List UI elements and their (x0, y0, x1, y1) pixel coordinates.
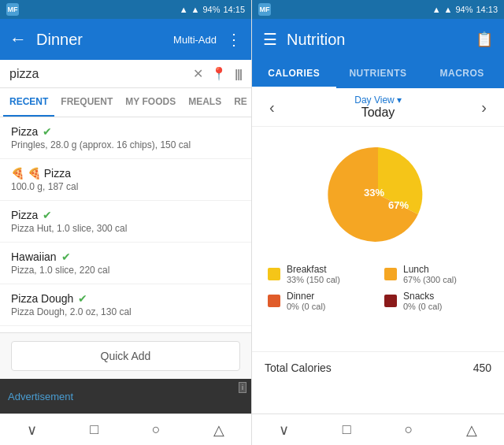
app-icon-right: MF (258, 3, 271, 16)
chart-area: 33% 67% (252, 127, 504, 258)
total-calories-label: Total Calories (265, 362, 332, 374)
calories-pie-chart: 33% 67% (323, 139, 433, 250)
tabs-row-left: RECENT FREQUENT MY FOODS MEALS RE (0, 88, 251, 117)
day-view-bar: ‹ Day View ▾ Today › (252, 88, 504, 127)
food-detail-3: Pizza Hut, 1.0 slice, 300 cal (11, 223, 240, 234)
nav-bar-right: ∨ □ ○ △ (252, 413, 504, 445)
signal-icon-left: ▲ (191, 5, 200, 14)
total-row: Total Calories 450 (252, 351, 504, 384)
day-view-label: Day View ▾ (354, 95, 401, 106)
search-input[interactable] (9, 67, 187, 81)
breakfast-color (268, 268, 280, 280)
nav-triangle-right[interactable]: △ (466, 421, 477, 439)
lunch-pct-label: 67% (388, 199, 409, 211)
legend-breakfast: Breakfast 33% (150 cal) (268, 264, 372, 284)
wifi-icon-right: ▲ (432, 5, 441, 14)
nav-triangle-left[interactable]: △ (213, 421, 224, 439)
ad-badge: i (239, 382, 246, 393)
total-calories-value: 450 (473, 362, 491, 374)
food-detail-5: Pizza Dough, 2.0 oz, 130 cal (11, 306, 240, 317)
prev-day-button[interactable]: ‹ (263, 97, 281, 118)
food-item-4[interactable]: Hawaiian ✔ Pizza, 1.0 slice, 220 cal (0, 243, 251, 284)
food-item-2[interactable]: 🍕 🍕 Pizza 100.0 g, 187 cal (0, 159, 251, 201)
verified-icon-3: ✔ (43, 209, 52, 221)
more-options-icon[interactable]: ⋮ (226, 30, 242, 49)
food-name-5: Pizza Dough ✔ (11, 292, 240, 305)
snacks-text: Snacks 0% (0 cal) (403, 291, 443, 311)
ad-text: Advertisement (8, 391, 73, 402)
right-panel: MF ▲ ▲ 94% 14:13 ☰ Nutrition 📋 CALORIES … (252, 0, 504, 445)
food-item-1[interactable]: Pizza ✔ Pringles, 28.0 g (approx. 16 chi… (0, 117, 251, 159)
time-right: 14:13 (476, 5, 498, 14)
tab-macros[interactable]: MACROS (420, 60, 504, 88)
wifi-icon-left: ▲ (180, 5, 188, 14)
status-bar-right: MF ▲ ▲ 94% 14:13 (252, 0, 504, 19)
tab-calories[interactable]: CALORIES (252, 60, 336, 88)
search-icons: ✕ 📍 ||| (193, 66, 242, 81)
calories-tabs: CALORIES NUTRIENTS MACROS (252, 60, 504, 88)
menu-icon[interactable]: ☰ (263, 30, 277, 49)
tab-recent[interactable]: RECENT (3, 88, 54, 117)
tab-my-foods[interactable]: MY FOODS (119, 88, 182, 117)
dropdown-icon[interactable]: ▾ (397, 95, 402, 106)
lunch-text: Lunch 67% (300 cal) (403, 264, 457, 284)
legend-grid: Breakfast 33% (150 cal) Lunch 67% (300 c… (252, 258, 504, 321)
status-bar-left: MF ▲ ▲ 94% 14:15 (0, 0, 251, 19)
status-info-left: ▲ ▲ 94% 14:15 (180, 5, 245, 14)
back-button[interactable]: ← (9, 29, 27, 50)
app-icon: MF (6, 3, 19, 16)
legend-snacks: Snacks 0% (0 cal) (384, 291, 488, 311)
legend-dinner: Dinner 0% (0 cal) (268, 291, 372, 311)
food-list: Pizza ✔ Pringles, 28.0 g (approx. 16 chi… (0, 117, 251, 332)
page-title-right: Nutrition (287, 31, 466, 49)
barcode-icon[interactable]: ||| (235, 68, 242, 80)
tab-nutrients[interactable]: NUTRIENTS (336, 60, 421, 88)
food-detail-1: Pringles, 28.0 g (approx. 16 chips), 150… (11, 139, 240, 150)
nav-chevron-right[interactable]: ∨ (279, 421, 289, 439)
battery-left: 94% (202, 5, 220, 14)
search-bar: ✕ 📍 ||| (0, 60, 251, 88)
header-left: ← Dinner Multi-Add ⋮ (0, 19, 251, 60)
food-detail-4: Pizza, 1.0 slice, 220 cal (11, 265, 240, 276)
food-detail-2: 100.0 g, 187 cal (11, 181, 240, 192)
quick-add-button[interactable]: Quick Add (11, 341, 240, 371)
tab-meals[interactable]: MEALS (182, 88, 228, 117)
tab-re[interactable]: RE (228, 88, 254, 117)
status-icons-left: MF (6, 3, 19, 16)
breakfast-pct-label: 33% (364, 187, 384, 198)
today-label: Today (354, 106, 401, 120)
status-icons-right: MF (258, 3, 271, 16)
clear-icon[interactable]: ✕ (193, 66, 203, 81)
tab-frequent[interactable]: FREQUENT (54, 88, 119, 117)
nav-chevron-left[interactable]: ∨ (27, 421, 37, 439)
ad-bar: Advertisement i (0, 379, 251, 413)
time-left: 14:15 (223, 5, 245, 14)
food-name-1: Pizza ✔ (11, 125, 240, 138)
food-item-3[interactable]: Pizza ✔ Pizza Hut, 1.0 slice, 300 cal (0, 201, 251, 243)
nav-bar-left: ∨ □ ○ △ (0, 413, 251, 445)
status-info-right: ▲ ▲ 94% 14:13 (432, 5, 498, 14)
signal-icon-right: ▲ (444, 5, 453, 14)
multi-add-button[interactable]: Multi-Add (173, 34, 217, 46)
battery-right: 94% (455, 5, 472, 14)
dinner-text: Dinner 0% (0 cal) (287, 291, 326, 311)
snacks-color (384, 295, 397, 307)
dinner-color (268, 295, 280, 307)
food-name-4: Hawaiian ✔ (11, 250, 240, 263)
breakfast-text: Breakfast 33% (150 cal) (287, 264, 340, 284)
quick-add-section: Quick Add (0, 332, 251, 379)
header-right: ☰ Nutrition 📋 (252, 19, 504, 60)
verified-icon-5: ✔ (78, 292, 87, 305)
day-view-title: Day View ▾ Today (354, 95, 401, 120)
nav-circle-right[interactable]: ○ (404, 421, 413, 438)
report-icon[interactable]: 📋 (476, 31, 493, 48)
nav-circle-left[interactable]: ○ (152, 421, 161, 438)
nav-square-left[interactable]: □ (90, 421, 98, 438)
next-day-button[interactable]: › (475, 97, 493, 118)
lunch-color (384, 268, 397, 280)
food-name-3: Pizza ✔ (11, 209, 240, 221)
food-name-2: 🍕 🍕 Pizza (11, 167, 240, 180)
food-item-5[interactable]: Pizza Dough ✔ Pizza Dough, 2.0 oz, 130 c… (0, 284, 251, 326)
location-icon[interactable]: 📍 (211, 66, 227, 81)
nav-square-right[interactable]: □ (343, 421, 351, 438)
